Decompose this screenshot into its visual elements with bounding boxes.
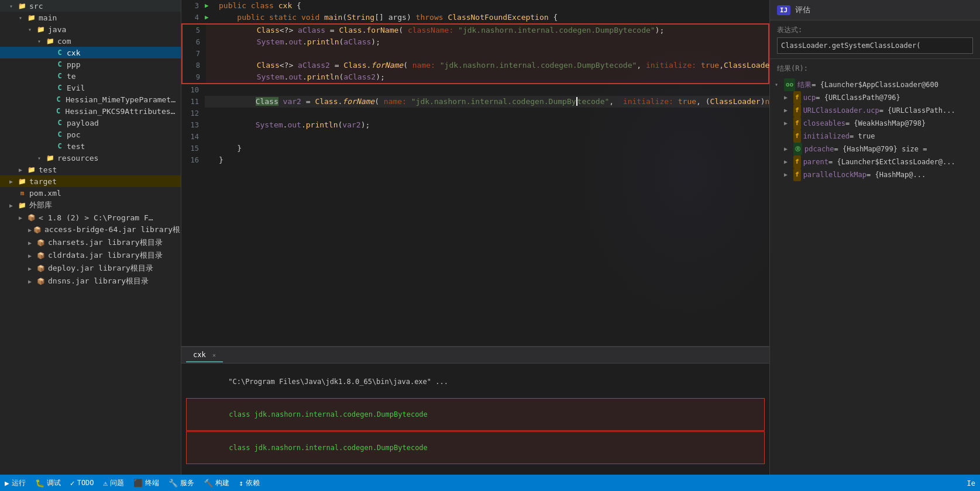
sidebar-item-jdk18[interactable]: ▶ 📦 < 1.8 (2) > C:\Program Files\Java\jd… [0, 212, 181, 223]
eval-node-parallellockmap[interactable]: ▶ f parallelLockMap = {HashMap@... [775, 168, 975, 181]
sidebar-item-charsets[interactable]: ▶ 📦 charsets.jar library根目录 [0, 236, 181, 249]
problems-icon: ⚠ [104, 479, 108, 487]
sidebar-item-dnsns[interactable]: ▶ 📦 dnsns.jar library根目录 [0, 275, 181, 288]
line-arrow-16 [205, 154, 216, 166]
code-line-16: 16 } [181, 154, 769, 166]
sidebar-label-payload: payload [67, 119, 99, 127]
line-num-6: 6 [183, 36, 206, 48]
line-num-11: 11 [181, 96, 205, 108]
eval-val-parent: = {Launcher$ExtClassLoader@... [828, 156, 955, 168]
java-icon-evil: C [55, 83, 64, 92]
sidebar-item-access-bridge[interactable]: ▶ 📦 access-bridge-64.jar library根目录 [0, 223, 181, 236]
sidebar-item-hessian-pkcs[interactable]: C Hessian_PKCS9Attributes_Swin... [0, 105, 181, 117]
eval-node-parent[interactable]: ▶ f parent = {Launcher$ExtClassLoader@..… [775, 155, 975, 168]
sidebar-label-com: com [57, 37, 71, 46]
code-line-7: 7 [183, 48, 768, 60]
console-line-1: "C:\Program Files\Java\jdk1.8.0_65\bin\j… [186, 366, 765, 397]
bottom-item-run[interactable]: ▶ 运行 [5, 478, 26, 488]
console-tab-close[interactable]: ✕ [212, 352, 216, 358]
bottom-item-terminal[interactable]: ⬛ 终端 [133, 478, 159, 488]
console-text-2: class jdk.nashorn.internal.codegen.DumpB… [229, 410, 428, 419]
sidebar-item-poc[interactable]: C poc [0, 129, 181, 140]
sidebar-item-resources[interactable]: ▾ 📁 resources [0, 152, 181, 164]
eval-icon-root: oo [784, 78, 795, 91]
sidebar-item-target[interactable]: ▶ 📁 target [0, 175, 181, 187]
sidebar-item-cldrdata[interactable]: ▶ 📦 cldrdata.jar library根目录 [0, 249, 181, 262]
code-line-8: 8 Class<?> aClass2 = Class.forName( name… [183, 60, 768, 71]
line-arrow-10 [205, 84, 216, 96]
line-content-13: System.out.println(var2); [216, 119, 769, 131]
eval-tree: ▾ oo 结果 = {Launcher$AppClassLoader@600 ▶… [770, 76, 980, 475]
sidebar-item-cxk[interactable]: C cxk [0, 47, 181, 58]
sidebar-label-resources: resources [57, 154, 98, 162]
sidebar-label-cldrdata: cldrdata.jar library根目录 [48, 250, 163, 261]
sidebar-label-main: main [39, 13, 57, 22]
bottom-label-run: 运行 [12, 478, 26, 488]
eval-node-ucp[interactable]: ▶ f ucp = {URLClassPath@796} [775, 91, 975, 104]
eval-key-urlclassloader: URLClassLoader.ucp [803, 105, 879, 116]
line-num-3: 3 [181, 0, 205, 12]
line-content-7 [218, 48, 768, 60]
sidebar-label-target: target [29, 177, 57, 186]
line-content-3: public class cxk { [216, 0, 769, 12]
eval-node-root[interactable]: ▾ oo 结果 = {Launcher$AppClassLoader@600 [775, 78, 975, 91]
sidebar-item-deploy[interactable]: ▶ 📦 deploy.jar library根目录 [0, 262, 181, 275]
bottom-item-dependencies[interactable]: ↕ 依赖 [239, 478, 260, 488]
line-arrow-14 [205, 131, 216, 143]
java-icon-poc: C [55, 130, 64, 139]
sidebar-item-external[interactable]: ▶ 📁 外部库 [0, 199, 181, 212]
line-num-4: 4 [181, 12, 205, 23]
console-content[interactable]: "C:\Program Files\Java\jdk1.8.0_65\bin\j… [181, 364, 769, 475]
bottom-item-problems[interactable]: ⚠ 问题 [104, 478, 125, 488]
line-content-11: Class var2 = Class.forName( name: "jdk.n… [216, 96, 769, 108]
bottom-item-services[interactable]: 🔧 服务 [169, 478, 194, 488]
line-content-16: } [216, 154, 769, 166]
expand-arrow-main: ▾ [19, 15, 26, 21]
folder-icon-com: 📁 [46, 36, 55, 46]
line-content-14 [216, 131, 769, 143]
console-tab-cxk[interactable]: cxk ✕ [186, 348, 223, 362]
sidebar-label-hessian-pkcs: Hessian_PKCS9Attributes_Swin... [66, 107, 178, 116]
line-num-8: 8 [183, 60, 206, 71]
sidebar-item-src[interactable]: ▾ 📁 src [0, 0, 181, 12]
eval-badge: IJ [777, 5, 790, 15]
sidebar-item-pom[interactable]: m pom.xml [0, 187, 181, 199]
eval-key-pdcache: pdcache [804, 143, 834, 155]
sidebar-item-payload[interactable]: C payload [0, 117, 181, 129]
eval-expression-input[interactable] [777, 37, 973, 54]
line-num-14: 14 [181, 131, 205, 143]
bottom-item-todo[interactable]: ✓ TODO [70, 479, 94, 487]
editor-area: 3 ▶ public class cxk { 4 ▶ public static… [181, 0, 769, 475]
java-icon-te: C [55, 71, 64, 81]
line-arrow-15 [205, 143, 216, 154]
sidebar-item-hessian-mime[interactable]: C Hessian_MimeTypeParameterL... [0, 94, 181, 105]
sidebar-item-ppp[interactable]: C ppp [0, 58, 181, 70]
bottom-bar: ▶ 运行 🐛 调试 ✓ TODO ⚠ 问题 ⬛ 终端 🔧 服务 🔨 构建 ↕ 依… [0, 475, 980, 491]
sidebar-item-test[interactable]: C test [0, 140, 181, 152]
sidebar-label-test: test [67, 142, 85, 151]
eval-node-urlclassloader-ucp[interactable]: ▶ f URLClassLoader.ucp = {URLClassPath..… [775, 104, 975, 117]
eval-node-pdcache[interactable]: ▶ Ⓡ pdcache = {HashMap@799} size = [775, 143, 975, 155]
bottom-label-dependencies: 依赖 [246, 478, 260, 488]
eval-icon-parent: f [793, 155, 801, 168]
sidebar-item-evil[interactable]: C Evil [0, 82, 181, 94]
sidebar-item-java[interactable]: ▾ 📁 java [0, 23, 181, 35]
sidebar-item-te[interactable]: C te [0, 70, 181, 82]
eval-val-closeables: = {WeakHashMap@798} [845, 117, 926, 129]
line-num-12: 12 [181, 108, 205, 119]
line-content-6: System.out.println(aClass); [218, 36, 768, 48]
bottom-item-build[interactable]: 🔨 构建 [204, 478, 229, 488]
line-num-9: 9 [183, 71, 206, 83]
status-text-ie: Ie [967, 479, 975, 487]
sidebar-item-main[interactable]: ▾ 📁 main [0, 12, 181, 23]
sidebar-item-test-folder[interactable]: ▶ 📁 test [0, 164, 181, 175]
sidebar-item-com[interactable]: ▾ 📁 com [0, 35, 181, 47]
deps-icon: ↕ [239, 479, 243, 487]
eval-node-closeables[interactable]: ▶ f closeables = {WeakHashMap@798} [775, 117, 975, 130]
bottom-label-build: 构建 [215, 478, 229, 488]
eval-node-initialized[interactable]: ▶ f initialized = true [775, 130, 975, 143]
code-view[interactable]: 3 ▶ public class cxk { 4 ▶ public static… [181, 0, 769, 346]
line-content-15: } [216, 143, 769, 154]
sidebar-label-java: java [48, 25, 66, 34]
bottom-item-debug[interactable]: 🐛 调试 [35, 478, 61, 488]
